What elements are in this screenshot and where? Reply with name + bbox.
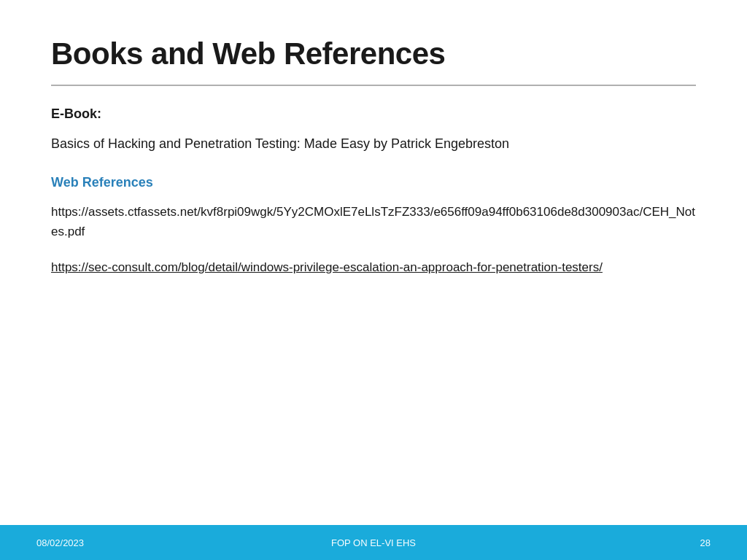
footer-center: FOP ON EL-VI EHS [261, 537, 486, 548]
ebook-label: E-Book: [51, 106, 696, 122]
title-divider [51, 85, 696, 86]
url-link[interactable]: https://sec-consult.com/blog/detail/wind… [51, 257, 696, 277]
url-plain[interactable]: https://assets.ctfassets.net/kvf8rpi09wg… [51, 202, 696, 241]
ebook-description: Basics of Hacking and Penetration Testin… [51, 133, 696, 155]
footer-date: 08/02/2023 [36, 537, 261, 548]
slide-content: Books and Web References E-Book: Basics … [0, 0, 747, 525]
web-references-label: Web References [51, 175, 696, 190]
slide-title: Books and Web References [51, 36, 696, 71]
footer-page: 28 [486, 537, 711, 548]
footer: 08/02/2023 FOP ON EL-VI EHS 28 [0, 525, 747, 560]
